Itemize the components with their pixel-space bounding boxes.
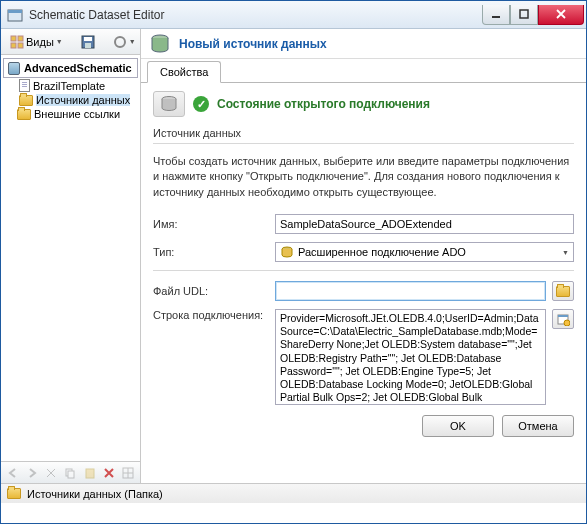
svg-rect-10 [85, 43, 91, 48]
type-value: Расширенное подключение ADO [298, 246, 466, 258]
tree-item-template[interactable]: BrazilTemplate [3, 78, 138, 93]
new-datasource-link[interactable]: Новый источник данных [179, 37, 327, 51]
grid-icon [121, 465, 136, 481]
separator [153, 143, 574, 144]
close-button[interactable] [538, 5, 584, 25]
tool-dropdown[interactable]: ▼ [108, 32, 141, 52]
chevron-down-icon: ▼ [56, 38, 63, 45]
svg-rect-14 [86, 469, 94, 478]
tab-row: Свойства [141, 59, 586, 83]
tree-label: BrazilTemplate [33, 80, 105, 92]
type-select[interactable]: Расширенное подключение ADO ▼ [275, 242, 574, 262]
tree-label: Источники данных [36, 94, 130, 106]
svg-rect-9 [84, 37, 92, 41]
ok-button[interactable]: OK [422, 415, 494, 437]
svg-rect-3 [520, 10, 528, 18]
svg-rect-2 [492, 16, 500, 18]
tree-root[interactable]: AdvancedSchematic [3, 58, 138, 78]
cut-icon [44, 465, 59, 481]
folder-icon [19, 95, 33, 106]
paste-icon [82, 465, 97, 481]
tree-item-external[interactable]: Внешние ссылки [3, 107, 138, 121]
tree-view[interactable]: AdvancedSchematic BrazilTemplate Источни… [1, 55, 140, 461]
udl-row: Файл UDL: [153, 281, 574, 301]
svg-rect-5 [18, 36, 23, 41]
udl-input[interactable] [275, 281, 546, 301]
copy-icon [63, 465, 78, 481]
statusbar-text: Источники данных (Папка) [27, 488, 163, 500]
tree-label: AdvancedSchematic [24, 62, 132, 74]
name-label: Имя: [153, 218, 269, 230]
app-icon [7, 7, 23, 23]
save-button[interactable] [76, 32, 100, 52]
status-icon-box [153, 91, 185, 117]
right-header: Новый источник данных [141, 29, 586, 59]
right-pane: Новый источник данных Свойства ✓ Состоян… [141, 29, 586, 483]
name-row: Имя: [153, 214, 574, 234]
chevron-down-icon: ▼ [129, 38, 136, 45]
svg-rect-6 [11, 43, 16, 48]
status-text: Состояние открытого подключения [217, 97, 430, 111]
check-icon: ✓ [193, 96, 209, 112]
window-title: Schematic Dataset Editor [29, 8, 482, 22]
status-row: ✓ Состояние открытого подключения [153, 91, 574, 117]
titlebar: Schematic Dataset Editor [1, 1, 586, 29]
left-toolbar: Виды ▼ ▼ [1, 29, 140, 55]
nav-back-icon [5, 465, 20, 481]
connstr-label: Строка подключения: [153, 309, 269, 321]
document-icon [19, 79, 30, 92]
svg-point-21 [564, 320, 570, 326]
svg-rect-4 [11, 36, 16, 41]
browse-udl-button[interactable] [552, 281, 574, 301]
svg-rect-1 [8, 10, 22, 13]
group-label: Источник данных [153, 127, 574, 139]
datasource-icon [149, 33, 171, 55]
svg-rect-7 [18, 43, 23, 48]
window-buttons [482, 5, 584, 25]
svg-rect-20 [558, 315, 568, 317]
tree-item-datasources[interactable]: Источники данных [3, 93, 138, 107]
button-row: OK Отмена [153, 415, 574, 437]
type-row: Тип: Расширенное подключение ADO ▼ [153, 242, 574, 262]
tree-label: Внешние ссылки [34, 108, 120, 120]
connstr-row: Строка подключения: [153, 309, 574, 405]
delete-icon[interactable] [101, 465, 116, 481]
folder-icon [7, 488, 21, 499]
folder-icon [17, 109, 31, 120]
svg-point-11 [115, 37, 125, 47]
database-icon [8, 62, 20, 75]
views-dropdown[interactable]: Виды ▼ [5, 32, 68, 52]
name-input[interactable] [275, 214, 574, 234]
connstr-input[interactable] [275, 309, 546, 405]
build-connstr-button[interactable] [552, 309, 574, 329]
bottom-toolbar [1, 461, 140, 483]
nav-fwd-icon [24, 465, 39, 481]
description-text: Чтобы создать источник данных, выберите … [153, 154, 574, 200]
properties-panel: ✓ Состояние открытого подключения Источн… [141, 83, 586, 483]
tab-properties[interactable]: Свойства [147, 61, 221, 83]
connection-icon [280, 245, 294, 259]
svg-rect-13 [68, 471, 74, 478]
minimize-button[interactable] [482, 5, 510, 25]
chevron-down-icon: ▼ [562, 249, 569, 256]
folder-open-icon [556, 286, 570, 297]
statusbar: Источники данных (Папка) [1, 483, 586, 503]
separator [153, 270, 574, 271]
views-label: Виды [26, 36, 54, 48]
cancel-button[interactable]: Отмена [502, 415, 574, 437]
udl-label: Файл UDL: [153, 285, 269, 297]
maximize-button[interactable] [510, 5, 538, 25]
left-pane: Виды ▼ ▼ AdvancedSchematic BrazilTemplat… [1, 29, 141, 483]
type-label: Тип: [153, 246, 269, 258]
